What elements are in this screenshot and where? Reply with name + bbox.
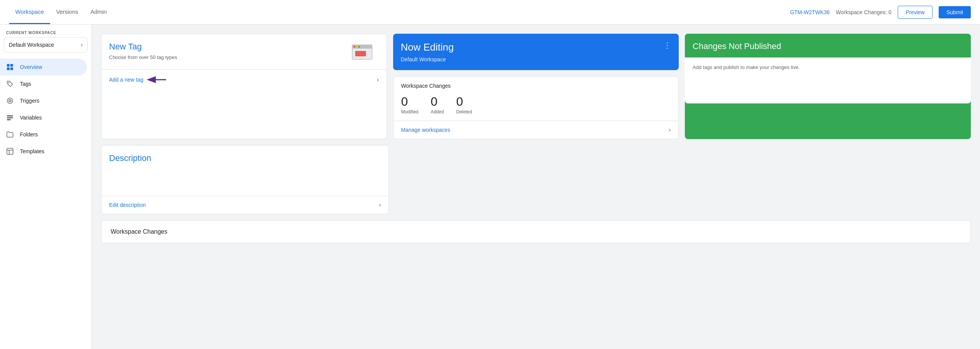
sidebar-item-triggers-label: Triggers <box>20 98 39 104</box>
added-count: 0 <box>431 95 438 108</box>
changes-not-published-desc: Add tags and publish to make your change… <box>693 64 963 71</box>
edit-description-action[interactable]: Edit description › <box>101 196 389 214</box>
tab-admin[interactable]: Admin <box>84 0 113 24</box>
description-title: Description <box>101 146 389 163</box>
sidebar-item-overview-label: Overview <box>20 64 42 70</box>
manage-workspaces-action[interactable]: Manage workspaces › <box>394 121 679 139</box>
tab-versions[interactable]: Versions <box>50 0 85 24</box>
svg-rect-11 <box>7 148 13 154</box>
now-editing-title: Now Editing <box>401 41 454 53</box>
add-new-tag-label-wrapper: Add a new tag <box>109 75 168 84</box>
svg-rect-16 <box>358 46 360 48</box>
new-tag-card-top: New Tag Choose from over 50 tag types <box>101 34 387 69</box>
svg-rect-0 <box>7 64 10 67</box>
workspace-changes-title: Workspace Changes <box>394 77 679 92</box>
variables-icon <box>6 114 14 121</box>
workspace-changes-card: Workspace Changes 0 Modified 0 Added 0 D <box>393 76 679 139</box>
workspace-selector[interactable]: Default Workspace › <box>4 37 88 52</box>
sidebar-item-variables-label: Variables <box>20 115 42 121</box>
workspace-selector-name: Default Workspace <box>9 42 54 48</box>
add-new-tag-action[interactable]: Add a new tag › <box>101 70 387 90</box>
svg-rect-8 <box>7 115 13 116</box>
triggers-icon <box>6 97 14 105</box>
now-editing-subtitle: Default Workspace <box>393 56 679 70</box>
sidebar: CURRENT WORKSPACE Default Workspace › Ov… <box>0 25 92 349</box>
more-options-icon[interactable]: ⋮ <box>663 41 671 49</box>
svg-rect-14 <box>354 46 355 48</box>
submit-button[interactable]: Submit <box>939 6 971 18</box>
tag-icon <box>348 42 379 65</box>
changes-not-published-bottom: Add tags and publish to make your change… <box>685 57 971 103</box>
svg-rect-2 <box>7 67 10 70</box>
chevron-right-icon: › <box>81 41 83 48</box>
sidebar-item-tags-label: Tags <box>20 81 31 87</box>
purple-arrow-annotation <box>145 75 168 84</box>
top-cards-grid: New Tag Choose from over 50 tag types <box>101 34 971 139</box>
preview-button[interactable]: Preview <box>898 6 933 19</box>
svg-rect-1 <box>10 64 13 67</box>
overview-icon <box>6 63 14 71</box>
sidebar-item-templates-label: Templates <box>20 148 44 154</box>
main-content: New Tag Choose from over 50 tag types <box>92 25 980 349</box>
manage-workspaces-chevron: › <box>669 126 671 133</box>
edit-description-chevron: › <box>379 202 381 208</box>
current-workspace-label: CURRENT WORKSPACE <box>0 25 91 37</box>
header: Workspace Versions Admin GTM-W2TWK36 Wor… <box>0 0 980 25</box>
workspace-stats: 0 Modified 0 Added 0 Deleted <box>394 92 679 121</box>
new-tag-card-text: New Tag Choose from over 50 tag types <box>109 42 177 61</box>
sidebar-item-overview[interactable]: Overview <box>0 59 87 75</box>
now-editing-top: Now Editing ⋮ <box>393 34 679 56</box>
svg-rect-3 <box>10 67 13 70</box>
templates-icon <box>6 147 14 155</box>
sidebar-item-templates[interactable]: Templates <box>0 143 87 160</box>
header-right: GTM-W2TWK36 Workspace Changes: 0 Preview… <box>790 6 971 19</box>
sidebar-item-folders[interactable]: Folders <box>0 126 87 143</box>
edit-description-label: Edit description <box>109 202 146 208</box>
svg-rect-9 <box>7 117 13 118</box>
svg-point-7 <box>10 100 10 101</box>
add-new-tag-label: Add a new tag <box>109 77 144 83</box>
second-row-right-spacer <box>395 145 971 214</box>
new-tag-description: Choose from over 50 tag types <box>109 54 177 61</box>
svg-rect-10 <box>7 119 11 120</box>
second-row-grid: Description Edit description › <box>101 145 971 214</box>
changes-not-published-title: Changes Not Published <box>685 34 971 57</box>
modified-label: Modified <box>401 109 418 115</box>
layout: CURRENT WORKSPACE Default Workspace › Ov… <box>0 25 980 349</box>
new-tag-title: New Tag <box>109 42 177 52</box>
tags-icon <box>6 80 14 88</box>
added-stat: 0 Added <box>431 95 444 115</box>
svg-rect-17 <box>355 51 366 56</box>
tab-workspace[interactable]: Workspace <box>9 0 50 24</box>
description-card: Description Edit description › <box>101 145 389 214</box>
svg-point-4 <box>8 82 10 84</box>
sidebar-item-folders-label: Folders <box>20 131 38 138</box>
svg-rect-15 <box>356 46 358 48</box>
deleted-label: Deleted <box>456 109 472 115</box>
modified-stat: 0 Modified <box>401 95 418 115</box>
new-tag-card: New Tag Choose from over 50 tag types <box>101 34 387 139</box>
sidebar-item-variables[interactable]: Variables <box>0 109 87 126</box>
bottom-workspace-changes-card: Workspace Changes <box>101 220 971 243</box>
middle-column: Now Editing ⋮ Default Workspace Workspac… <box>393 34 679 139</box>
changes-not-published-card: Changes Not Published Add tags and publi… <box>685 34 971 139</box>
modified-count: 0 <box>401 95 408 108</box>
sidebar-item-tags[interactable]: Tags <box>0 75 87 92</box>
added-label: Added <box>431 109 444 115</box>
add-new-tag-chevron: › <box>377 76 379 83</box>
header-nav: Workspace Versions Admin <box>9 0 790 24</box>
sidebar-item-triggers[interactable]: Triggers <box>0 92 87 109</box>
deleted-count: 0 <box>456 95 463 108</box>
folders-icon <box>6 131 14 138</box>
deleted-stat: 0 Deleted <box>456 95 472 115</box>
gtm-id: GTM-W2TWK36 <box>790 9 830 15</box>
bottom-workspace-changes-title: Workspace Changes <box>111 228 961 235</box>
manage-workspaces-label: Manage workspaces <box>401 127 450 133</box>
workspace-changes-count: Workspace Changes: 0 <box>836 9 891 15</box>
description-spacer <box>101 163 389 196</box>
now-editing-card: Now Editing ⋮ Default Workspace <box>393 34 679 70</box>
